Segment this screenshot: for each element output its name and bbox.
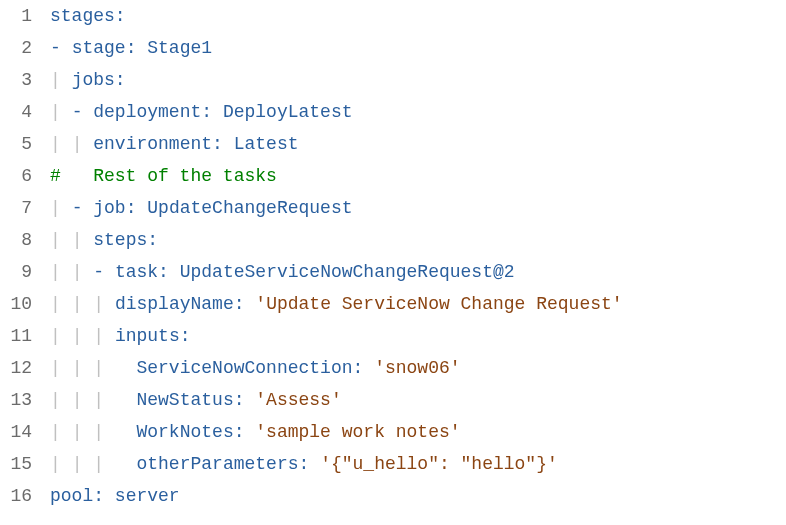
line-number: 2 [0,32,32,64]
line-number: 5 [0,128,32,160]
line-number: 13 [0,384,32,416]
code-line: - stage: Stage1 [50,32,623,64]
code-line: | | | WorkNotes: 'sample work notes' [50,416,623,448]
code-editor: 12345678910111213141516 stages:- stage: … [0,0,786,513]
line-number: 12 [0,352,32,384]
line-number: 15 [0,448,32,480]
line-number: 8 [0,224,32,256]
code-line: | | | inputs: [50,320,623,352]
code-line: | - deployment: DeployLatest [50,96,623,128]
code-line: | | | NewStatus: 'Assess' [50,384,623,416]
line-number: 16 [0,480,32,512]
code-line: | jobs: [50,64,623,96]
line-number: 14 [0,416,32,448]
code-line: stages: [50,0,623,32]
line-number: 4 [0,96,32,128]
line-number: 10 [0,288,32,320]
line-number: 9 [0,256,32,288]
line-number: 11 [0,320,32,352]
line-number-gutter: 12345678910111213141516 [0,0,50,513]
code-line: | | environment: Latest [50,128,623,160]
code-line: | - job: UpdateChangeRequest [50,192,623,224]
code-line: | | - task: UpdateServiceNowChangeReques… [50,256,623,288]
code-line: # Rest of the tasks [50,160,623,192]
line-number: 1 [0,0,32,32]
code-line: | | | otherParameters: '{"u_hello": "hel… [50,448,623,480]
code-content[interactable]: stages:- stage: Stage1| jobs:| - deploym… [50,0,623,513]
code-line: | | | displayName: 'Update ServiceNow Ch… [50,288,623,320]
code-line: | | | ServiceNowConnection: 'snow06' [50,352,623,384]
code-line: | | steps: [50,224,623,256]
line-number: 7 [0,192,32,224]
line-number: 6 [0,160,32,192]
code-line: pool: server [50,480,623,512]
line-number: 3 [0,64,32,96]
